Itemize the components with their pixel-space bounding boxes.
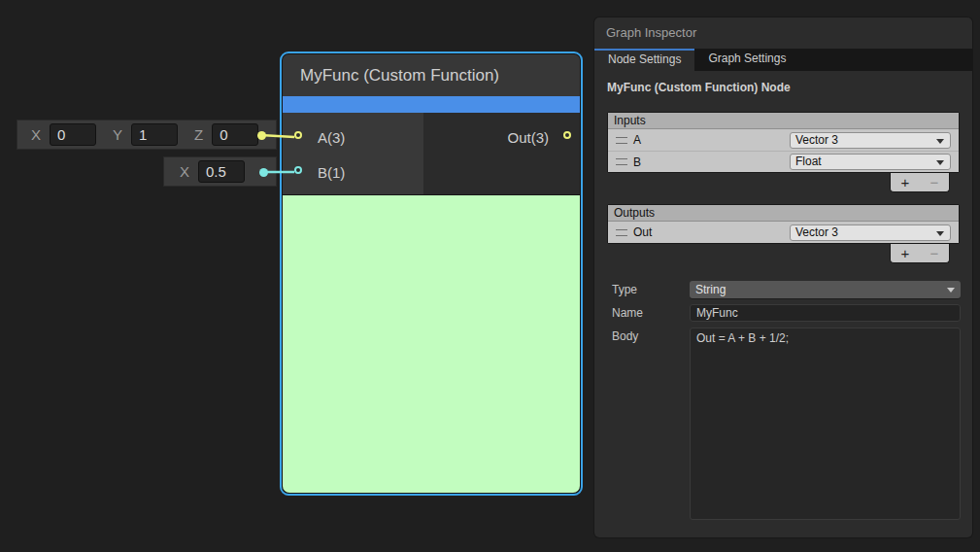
node-preview bbox=[283, 195, 580, 493]
outputs-section-footer: + − bbox=[607, 244, 960, 263]
function-properties: Type String Name Body Out = A + B + 1/2; bbox=[612, 281, 961, 520]
input-a-name: A bbox=[633, 133, 790, 147]
function-body-textarea[interactable]: Out = A + B + 1/2; bbox=[690, 328, 961, 520]
output-port-out-icon[interactable] bbox=[563, 131, 571, 139]
input-port-a-label: A(3) bbox=[318, 129, 345, 146]
input-b-name: B bbox=[633, 155, 790, 169]
input-port-a-icon[interactable] bbox=[294, 131, 302, 139]
chevron-down-icon bbox=[936, 139, 944, 144]
inputs-row-a[interactable]: A Vector 3 bbox=[608, 129, 959, 151]
output-out-name: Out bbox=[633, 225, 790, 239]
outputs-section-title: Outputs bbox=[608, 205, 959, 222]
tab-node-settings[interactable]: Node Settings bbox=[594, 49, 694, 71]
outputs-section: Outputs Out Vector 3 bbox=[607, 204, 960, 244]
vector3-x-label: X bbox=[31, 126, 41, 143]
outputs-add-remove-box: + − bbox=[890, 244, 950, 263]
inputs-section-footer: + − bbox=[607, 173, 960, 192]
node-category-colorbar bbox=[283, 96, 580, 113]
float-x-input[interactable] bbox=[198, 160, 245, 183]
node-input-ports-column: A(3) B(1) bbox=[283, 113, 423, 194]
output-out-type-dropdown[interactable]: Vector 3 bbox=[790, 224, 951, 241]
drag-handle-icon[interactable] bbox=[616, 229, 627, 236]
node-title[interactable]: MyFunc (Custom Function) bbox=[283, 54, 580, 96]
body-property-row: Body Out = A + B + 1/2; bbox=[612, 328, 961, 520]
vector3-output-port-dot[interactable] bbox=[257, 131, 266, 140]
inputs-row-b[interactable]: B Float bbox=[608, 151, 959, 172]
name-label: Name bbox=[612, 304, 690, 322]
input-b-type-dropdown[interactable]: Float bbox=[790, 154, 951, 170]
input-a-type-value: Vector 3 bbox=[795, 133, 838, 147]
add-output-button[interactable]: + bbox=[901, 245, 910, 262]
add-input-button[interactable]: + bbox=[901, 174, 910, 191]
outputs-row-out[interactable]: Out Vector 3 bbox=[608, 222, 959, 243]
vector3-z-label: Z bbox=[194, 126, 203, 143]
vector3-y-label: Y bbox=[113, 126, 122, 143]
output-out-type-value: Vector 3 bbox=[795, 225, 838, 239]
inspector-tabbar: Node Settings Graph Settings bbox=[594, 49, 972, 71]
input-port-b-icon[interactable] bbox=[294, 166, 302, 174]
node-output-ports-column: Out(3) bbox=[423, 113, 580, 194]
float-slot-widget: X bbox=[163, 156, 277, 187]
drag-handle-icon[interactable] bbox=[616, 137, 627, 144]
vector3-z-input[interactable] bbox=[212, 123, 258, 146]
output-port-out-label: Out(3) bbox=[507, 129, 549, 146]
type-value: String bbox=[695, 283, 726, 296]
type-property-row: Type String bbox=[612, 281, 961, 298]
body-label: Body bbox=[612, 328, 690, 345]
chevron-down-icon bbox=[936, 160, 944, 165]
graph-inspector-title: Graph Inspector bbox=[594, 17, 972, 49]
float-x-label: X bbox=[180, 163, 189, 180]
node-ports-area: A(3) B(1) Out(3) bbox=[283, 113, 580, 194]
inputs-section: Inputs A Vector 3 B Float bbox=[607, 112, 960, 173]
inputs-section-title: Inputs bbox=[608, 113, 959, 129]
drag-handle-icon[interactable] bbox=[616, 158, 627, 165]
remove-output-button[interactable]: − bbox=[930, 245, 939, 262]
float-output-port-dot[interactable] bbox=[259, 168, 268, 177]
type-label: Type bbox=[612, 281, 690, 298]
type-dropdown[interactable]: String bbox=[690, 281, 961, 298]
input-port-b-label: B(1) bbox=[318, 164, 345, 181]
remove-input-button[interactable]: − bbox=[930, 174, 939, 191]
chevron-down-icon bbox=[936, 231, 944, 236]
inputs-add-remove-box: + − bbox=[890, 173, 950, 192]
tab-graph-settings[interactable]: Graph Settings bbox=[694, 49, 799, 71]
input-b-type-value: Float bbox=[795, 155, 822, 168]
input-a-type-dropdown[interactable]: Vector 3 bbox=[790, 132, 951, 149]
custom-function-node[interactable]: MyFunc (Custom Function) A(3) B(1) Out(3… bbox=[280, 52, 583, 496]
graph-inspector-panel: Graph Inspector Node Settings Graph Sett… bbox=[594, 17, 972, 537]
chevron-down-icon bbox=[947, 288, 955, 293]
function-name-input[interactable] bbox=[690, 304, 961, 322]
vector3-x-input[interactable] bbox=[50, 123, 96, 146]
shader-graph-canvas[interactable]: X Y Z X MyFunc (Custom Function) A(3) B(… bbox=[0, 0, 980, 552]
vector3-y-input[interactable] bbox=[131, 123, 178, 146]
name-property-row: Name bbox=[612, 304, 961, 322]
vector3-slot-widget: X Y Z bbox=[17, 120, 277, 150]
inspector-node-heading: MyFunc (Custom Function) Node bbox=[607, 81, 960, 94]
